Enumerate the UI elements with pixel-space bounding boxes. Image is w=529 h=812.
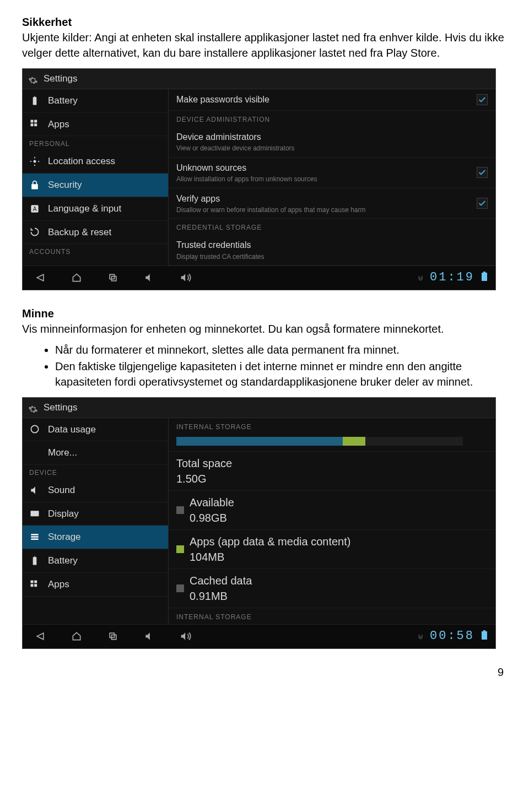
screenshot-storage-settings: Settings Data usage More... DEVICE Sound… [22,397,496,649]
row-available[interactable]: Available 0.98GB [169,491,495,530]
svg-rect-17 [34,580,37,583]
battery-icon [29,555,40,566]
location-icon [29,156,40,167]
sidebar-item-label: Location access [48,155,115,168]
sidebar-item-language[interactable]: A Language & input [23,197,168,221]
sidebar-item-label: Apps [48,118,69,131]
row-value: 104MB [190,549,488,565]
back-button[interactable] [30,629,50,644]
settings-header[interactable]: Settings [23,69,495,89]
color-swatch-cache [176,584,184,592]
row-sub: Allow installation of apps from unknown … [176,175,477,183]
lock-icon [29,180,40,191]
row-cached-data[interactable]: Cached data 0.91MB [169,569,495,608]
sidebar-item-display[interactable]: Display [23,502,168,526]
volume-down-button[interactable] [139,270,159,285]
content-panel: INTERNAL STORAGE Total space 1.50G Avail… [169,418,495,625]
bullet-list: Når du formaterer et minnekort, slettes … [55,342,507,389]
storage-bar-used [176,437,343,446]
sidebar-item-label: Backup & reset [48,226,111,239]
data-usage-icon [29,424,40,435]
section-title-security: Sikkerhet [22,14,507,30]
sidebar-item-more[interactable]: More... [23,441,168,465]
row-value: 0.91MB [190,588,488,604]
sidebar-item-apps[interactable]: Apps [23,113,168,137]
volume-up-button[interactable] [176,629,196,644]
back-button[interactable] [30,270,50,285]
sidebar-item-battery[interactable]: Battery [23,89,168,113]
volume-up-button[interactable] [176,270,196,285]
backup-icon [29,226,40,237]
settings-title: Settings [44,401,77,414]
recents-button[interactable] [103,629,123,644]
bullet-item: Når du formaterer et minnekort, slettes … [55,342,507,358]
checkbox-verify-apps[interactable] [477,198,488,209]
svg-point-4 [34,160,36,163]
sidebar-header-personal: PERSONAL [23,136,168,150]
content-panel: Make passwords visible DEVICE ADMINISTRA… [169,89,495,266]
row-total-space[interactable]: Total space 1.50G [169,452,495,491]
section-header-internal-storage-2: INTERNAL STORAGE [169,608,495,624]
usb-icon: ⊍ [418,631,423,642]
recents-button[interactable] [103,270,123,285]
row-unknown-sources[interactable]: Unknown sources Allow installation of ap… [169,158,495,188]
system-navbar: ⊍ 01:19 [23,266,495,290]
sidebar-item-sound[interactable]: Sound [23,479,168,502]
settings-header[interactable]: Settings [23,398,495,418]
row-verify-apps[interactable]: Verify apps Disallow or warn before inst… [169,188,495,219]
svg-point-11 [31,426,38,433]
home-button[interactable] [67,629,87,644]
row-apps-data[interactable]: Apps (app data & media content) 104MB [169,530,495,569]
row-make-passwords-visible[interactable]: Make passwords visible [169,89,495,111]
sidebar-item-label: Security [48,178,82,192]
section-body-security: Ukjente kilder: Angi at enheten skal ins… [22,30,507,61]
sidebar-item-label: Display [48,507,79,521]
sidebar-item-data-usage[interactable]: Data usage [23,418,168,442]
svg-rect-12 [31,511,39,516]
sidebar-item-label: Apps [48,578,69,591]
row-sub: Display trusted CA certificates [176,253,488,261]
sidebar: Battery Apps PERSONAL Location access Se… [23,89,169,266]
settings-icon [28,74,38,84]
volume-down-button[interactable] [139,629,159,644]
svg-rect-0 [31,120,34,123]
row-label: Verify apps [176,193,477,205]
svg-rect-15 [31,539,38,540]
language-icon: A [29,203,40,214]
sound-icon [29,485,40,496]
settings-title: Settings [44,72,77,85]
sidebar-item-battery[interactable]: Battery [23,549,168,573]
checkbox-unknown-sources[interactable] [477,167,488,178]
sidebar-item-backup[interactable]: Backup & reset [23,221,168,245]
row-device-administrators[interactable]: Device administrators View or deactivate… [169,127,495,158]
section-header-device-admin: DEVICE ADMINISTRATION [169,111,495,127]
sidebar-item-label: Battery [48,94,78,107]
svg-rect-2 [31,124,34,127]
row-label: Trusted credentials [176,239,488,251]
row-sub: Disallow or warn before installation of … [176,206,477,214]
color-swatch-apps [176,545,184,553]
sidebar-item-apps[interactable]: Apps [23,573,168,597]
storage-bar [176,437,463,446]
svg-rect-3 [34,124,37,127]
row-label: Total space [176,456,488,471]
svg-rect-23 [483,630,485,631]
svg-text:A: A [33,206,37,212]
sidebar-item-security[interactable]: Security [23,174,168,197]
sidebar-header-accounts: ACCOUNTS [23,244,168,258]
sidebar-item-label: Sound [48,484,75,497]
sidebar-item-location[interactable]: Location access [23,150,168,174]
svg-rect-1 [34,120,37,123]
row-trusted-credentials[interactable]: Trusted credentials Display trusted CA c… [169,235,495,266]
color-swatch-available [176,506,184,514]
apps-icon [29,118,40,129]
section-title-memory: Minne [22,306,507,321]
home-button[interactable] [67,270,87,285]
sidebar-item-label: Storage [48,530,81,544]
section-header-internal-storage: INTERNAL STORAGE [169,418,495,434]
display-icon [29,508,40,519]
svg-rect-10 [483,272,485,273]
checkbox-make-passwords[interactable] [477,94,488,105]
status-clock: 00:58 [430,628,474,645]
sidebar-item-storage[interactable]: Storage [23,526,168,549]
